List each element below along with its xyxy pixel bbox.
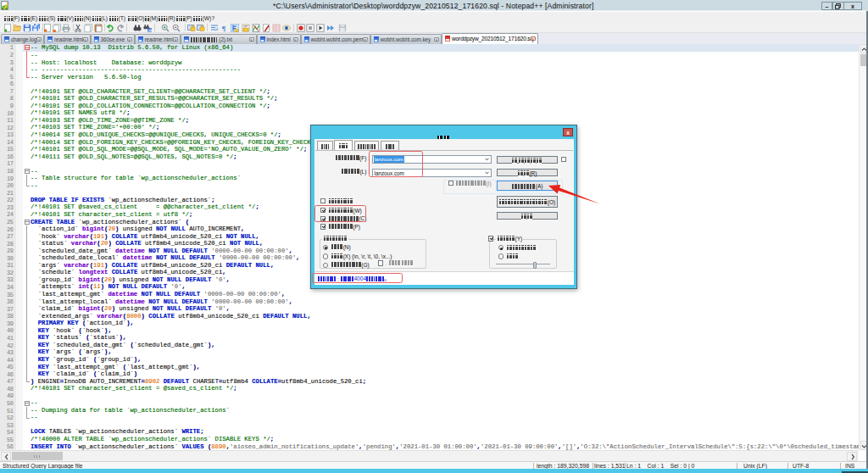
svg-text:¶: ¶ (221, 24, 225, 32)
svg-text:ab: ab (148, 28, 153, 32)
